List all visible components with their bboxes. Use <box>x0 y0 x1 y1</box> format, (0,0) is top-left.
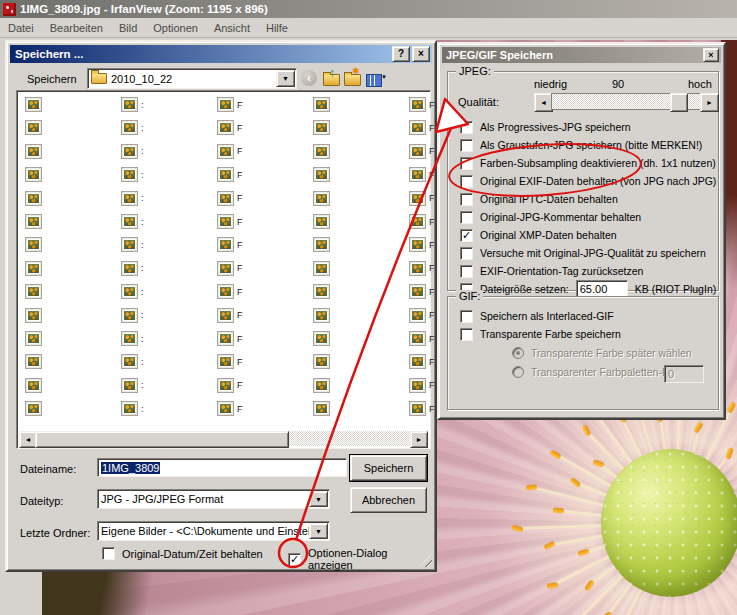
file-item[interactable] <box>313 378 330 393</box>
file-item[interactable] <box>25 120 42 135</box>
filename-input[interactable]: 1IMG_3809 <box>97 458 347 477</box>
file-item[interactable]: F <box>409 308 435 323</box>
save-button[interactable]: Speichern <box>350 455 427 481</box>
file-item[interactable]: F <box>409 331 435 346</box>
file-item[interactable]: F <box>409 354 435 369</box>
file-item[interactable]: F <box>409 401 435 416</box>
up-one-level-button[interactable]: ↑ <box>321 70 341 90</box>
file-item[interactable]: : <box>121 378 144 393</box>
file-item[interactable]: F <box>409 378 435 393</box>
file-item[interactable] <box>25 237 42 252</box>
file-item[interactable]: : <box>121 237 144 252</box>
file-item[interactable]: F <box>409 237 435 252</box>
checkbox-box[interactable] <box>460 193 473 206</box>
file-item[interactable] <box>313 144 330 159</box>
file-item[interactable]: : <box>121 354 144 369</box>
horizontal-scrollbar[interactable]: ◄ ► <box>19 431 428 446</box>
file-item[interactable] <box>313 331 330 346</box>
checkbox-box[interactable] <box>460 247 473 260</box>
close-icon[interactable]: × <box>412 46 430 62</box>
file-item[interactable] <box>25 97 42 112</box>
slider-right-icon[interactable]: ► <box>700 93 719 112</box>
file-item[interactable]: F <box>409 284 435 299</box>
help-button[interactable]: ? <box>392 46 410 62</box>
file-item[interactable] <box>25 308 42 323</box>
file-item[interactable]: F <box>217 261 243 276</box>
file-item[interactable]: : <box>121 191 144 206</box>
file-item[interactable]: : <box>121 120 144 135</box>
file-item[interactable]: : <box>121 308 144 323</box>
file-item[interactable]: F <box>217 120 243 135</box>
jpeg-option[interactable]: EXIF-Orientation-Tag zurücksetzen <box>460 262 714 280</box>
menu-item-bearbeiten[interactable]: Bearbeiten <box>42 20 111 36</box>
keep-date-checkbox[interactable]: Original-Datum/Zeit behalten <box>102 547 263 560</box>
file-item[interactable] <box>313 97 330 112</box>
file-item[interactable]: F <box>409 144 435 159</box>
view-menu-button[interactable]: ▼ <box>364 70 384 90</box>
file-item[interactable] <box>313 284 330 299</box>
file-item[interactable] <box>25 144 42 159</box>
file-item[interactable] <box>25 401 42 416</box>
file-item[interactable]: F <box>409 120 435 135</box>
menu-item-datei[interactable]: Datei <box>0 20 42 36</box>
checkbox-box[interactable] <box>460 265 473 278</box>
file-item[interactable]: F <box>409 191 435 206</box>
new-folder-button[interactable]: ✱ <box>342 70 362 90</box>
gif-option[interactable]: Transparente Farbe speichern <box>460 325 714 343</box>
folder-combobox[interactable]: 2010_10_22 ▼ <box>87 68 297 89</box>
file-item[interactable] <box>25 331 42 346</box>
checkbox-box[interactable] <box>460 211 473 224</box>
jpeg-option[interactable]: Farben-Subsampling deaktivieren (dh. 1x1… <box>460 154 714 172</box>
file-item[interactable]: F <box>217 237 243 252</box>
chevron-down-icon[interactable]: ▼ <box>309 523 328 539</box>
checkbox-box[interactable] <box>460 121 473 134</box>
file-item[interactable]: : <box>121 144 144 159</box>
last-folder-combobox[interactable]: Eigene Bilder - <C:\Dokumente und Einste… <box>97 521 330 541</box>
cancel-button[interactable]: Abbrechen <box>350 487 427 513</box>
checkbox-box[interactable] <box>102 547 115 560</box>
file-item[interactable] <box>313 261 330 276</box>
jpeg-option[interactable]: Als Graustufen-JPG speichern (bitte MERK… <box>460 136 714 154</box>
file-item[interactable]: F <box>217 378 243 393</box>
file-item[interactable]: : <box>121 97 144 112</box>
file-item[interactable] <box>313 308 330 323</box>
jpeg-option[interactable]: Original IPTC-Daten behalten <box>460 190 714 208</box>
file-item[interactable] <box>313 354 330 369</box>
file-item[interactable] <box>313 120 330 135</box>
file-item[interactable]: F <box>409 97 435 112</box>
jpeg-option[interactable]: Versuche mit Original-JPG-Qualität zu sp… <box>460 244 714 262</box>
file-item[interactable] <box>313 167 330 182</box>
file-item[interactable]: F <box>217 144 243 159</box>
file-item[interactable] <box>313 237 330 252</box>
file-item[interactable] <box>25 214 42 229</box>
scroll-right-icon[interactable]: ► <box>410 431 428 448</box>
show-options-checkbox[interactable]: ✓ Optionen-Dialog anzeigen <box>288 547 435 571</box>
file-item[interactable]: F <box>217 354 243 369</box>
checkbox-box[interactable] <box>460 175 473 188</box>
jpeg-option[interactable]: Als Progressives-JPG speichern <box>460 118 714 136</box>
file-item[interactable] <box>313 214 330 229</box>
file-item[interactable] <box>313 191 330 206</box>
file-item[interactable]: F <box>217 284 243 299</box>
back-button[interactable]: ‹ <box>299 68 319 88</box>
checkbox-box[interactable] <box>460 139 473 152</box>
jpeg-option[interactable]: Original-JPG-Kommentar behalten <box>460 208 714 226</box>
checkbox-box[interactable] <box>460 157 473 170</box>
file-item[interactable]: F <box>217 331 243 346</box>
file-item[interactable]: : <box>121 214 144 229</box>
file-item[interactable]: F <box>217 97 243 112</box>
file-item[interactable] <box>25 191 42 206</box>
filetype-combobox[interactable]: JPG - JPG/JPEG Format ▼ <box>97 489 330 509</box>
file-item[interactable]: F <box>217 214 243 229</box>
file-item[interactable]: F <box>217 308 243 323</box>
file-item[interactable] <box>25 284 42 299</box>
file-item[interactable]: : <box>121 284 144 299</box>
menu-item-bild[interactable]: Bild <box>111 20 145 36</box>
file-item[interactable] <box>25 354 42 369</box>
jpeg-option[interactable]: ✓Original XMP-Daten behalten <box>460 226 714 244</box>
file-item[interactable]: F <box>217 401 243 416</box>
save-dialog-titlebar[interactable]: Speichern ... ? × <box>10 45 432 63</box>
quality-slider-thumb[interactable] <box>670 93 688 112</box>
file-item[interactable] <box>25 261 42 276</box>
checkbox-box[interactable]: ✓ <box>288 553 301 566</box>
